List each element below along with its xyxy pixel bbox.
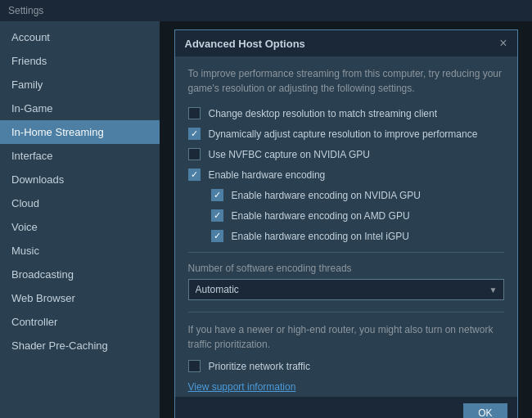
- option-row-enable-hw-encoding: Enable hardware encoding: [188, 169, 504, 181]
- option-label-hw-encoding-amd: Enable hardware encoding on AMD GPU: [232, 210, 410, 222]
- modal-description: To improve performance streaming from th…: [188, 66, 504, 96]
- checkbox-change-desktop-resolution[interactable]: [188, 107, 201, 119]
- software-threads-select-wrapper: Automatic1234 ▼: [188, 279, 504, 300]
- checkbox-hw-encoding-intel[interactable]: [211, 230, 223, 242]
- sidebar-item-broadcasting[interactable]: Broadcasting: [0, 263, 160, 286]
- option-row-hw-encoding-amd: Enable hardware encoding on AMD GPU: [211, 209, 504, 222]
- option-label-change-desktop-resolution: Change desktop resolution to match strea…: [209, 108, 438, 119]
- checkbox-wrap-use-nvfbc[interactable]: Use NVFBC capture on NVIDIA GPU: [188, 148, 370, 160]
- checkbox-wrap-hw-encoding-intel[interactable]: Enable hardware encoding on Intel iGPU: [211, 230, 409, 242]
- network-description: If you have a newer or high-end router, …: [188, 322, 504, 352]
- prioritize-network-checkbox-wrap[interactable]: Prioritize network traffic: [188, 360, 310, 372]
- modal-footer: OK: [175, 397, 517, 418]
- prioritize-network-label: Prioritize network traffic: [209, 361, 310, 372]
- sidebar-item-in-game[interactable]: In-Game: [0, 97, 160, 120]
- option-row-hw-encoding-nvidia: Enable hardware encoding on NVIDIA GPU: [211, 189, 504, 201]
- checkbox-wrap-hw-encoding-amd[interactable]: Enable hardware encoding on AMD GPU: [211, 209, 410, 222]
- option-label-dynamically-adjust: Dynamically adjust capture resolution to…: [209, 128, 478, 140]
- checkbox-wrap-change-desktop-resolution[interactable]: Change desktop resolution to match strea…: [188, 107, 438, 119]
- option-label-hw-encoding-nvidia: Enable hardware encoding on NVIDIA GPU: [232, 190, 421, 201]
- checkbox-hw-encoding-amd[interactable]: [211, 209, 223, 222]
- option-label-hw-encoding-intel: Enable hardware encoding on Intel iGPU: [232, 231, 409, 242]
- checkbox-wrap-dynamically-adjust[interactable]: Dynamically adjust capture resolution to…: [188, 128, 478, 140]
- modal-title: Advanced Host Options: [185, 38, 305, 50]
- sidebar-item-family[interactable]: Family: [0, 73, 160, 97]
- software-threads-section: Number of software encoding threads Auto…: [188, 263, 504, 300]
- sidebar-item-music[interactable]: Music: [0, 239, 160, 263]
- section-divider-2: [188, 312, 504, 312]
- title-bar: Settings: [0, 0, 532, 21]
- advanced-host-options-modal: Advanced Host Options × To improve perfo…: [174, 29, 518, 418]
- modal-body: To improve performance streaming from th…: [175, 56, 517, 397]
- section-divider: [188, 252, 504, 253]
- main-content: Advanced Host Options × To improve perfo…: [160, 21, 532, 418]
- settings-title: Settings: [8, 5, 43, 16]
- sidebar-item-friends[interactable]: Friends: [0, 49, 160, 73]
- checkbox-use-nvfbc[interactable]: [188, 148, 201, 160]
- support-link[interactable]: View support information: [188, 381, 296, 393]
- sidebar-item-web-browser[interactable]: Web Browser: [0, 286, 160, 310]
- sidebar-item-controller[interactable]: Controller: [0, 310, 160, 334]
- option-row-use-nvfbc: Use NVFBC capture on NVIDIA GPU: [188, 148, 504, 160]
- prioritize-network-row: Prioritize network traffic: [188, 360, 504, 372]
- ok-button[interactable]: OK: [463, 403, 507, 418]
- prioritize-network-checkbox[interactable]: [188, 360, 201, 372]
- sidebar-item-in-home-streaming[interactable]: In-Home Streaming: [0, 120, 160, 144]
- checkbox-hw-encoding-nvidia[interactable]: [211, 189, 223, 201]
- sidebar-item-shader-pre-caching[interactable]: Shader Pre-Caching: [0, 334, 160, 357]
- modal-header: Advanced Host Options ×: [175, 30, 517, 56]
- option-row-dynamically-adjust: Dynamically adjust capture resolution to…: [188, 128, 504, 140]
- checkbox-wrap-hw-encoding-nvidia[interactable]: Enable hardware encoding on NVIDIA GPU: [211, 189, 421, 201]
- option-row-hw-encoding-intel: Enable hardware encoding on Intel iGPU: [211, 230, 504, 242]
- option-label-enable-hw-encoding: Enable hardware encoding: [209, 169, 326, 181]
- sidebar-item-interface[interactable]: Interface: [0, 144, 160, 168]
- sidebar-item-voice[interactable]: Voice: [0, 215, 160, 239]
- settings-body: AccountFriendsFamilyIn-GameIn-Home Strea…: [0, 21, 532, 418]
- checkbox-enable-hw-encoding[interactable]: [188, 169, 201, 181]
- modal-close-button[interactable]: ×: [499, 37, 507, 50]
- sidebar-item-account[interactable]: Account: [0, 25, 160, 49]
- checkbox-wrap-enable-hw-encoding[interactable]: Enable hardware encoding: [188, 169, 326, 181]
- sidebar: AccountFriendsFamilyIn-GameIn-Home Strea…: [0, 21, 160, 418]
- settings-window: Settings AccountFriendsFamilyIn-GameIn-H…: [0, 0, 532, 418]
- software-threads-label: Number of software encoding threads: [188, 263, 504, 274]
- checkbox-dynamically-adjust[interactable]: [188, 128, 201, 140]
- modal-overlay: Advanced Host Options × To improve perfo…: [160, 21, 532, 418]
- options-container: Change desktop resolution to match strea…: [188, 107, 504, 242]
- sidebar-item-cloud[interactable]: Cloud: [0, 191, 160, 215]
- option-label-use-nvfbc: Use NVFBC capture on NVIDIA GPU: [209, 149, 370, 160]
- option-row-change-desktop-resolution: Change desktop resolution to match strea…: [188, 107, 504, 119]
- software-threads-select[interactable]: Automatic1234: [188, 279, 504, 300]
- sidebar-item-downloads[interactable]: Downloads: [0, 168, 160, 191]
